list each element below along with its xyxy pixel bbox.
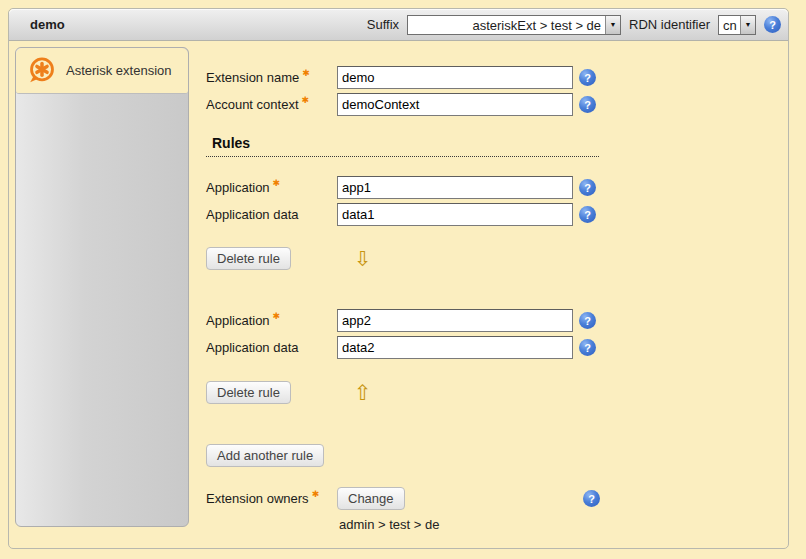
chevron-down-icon[interactable]: ▼ (740, 16, 755, 34)
help-icon[interactable]: ? (764, 16, 781, 33)
help-icon[interactable]: ? (583, 490, 600, 507)
rule1-application-data-row: Application data ? (206, 203, 596, 226)
help-icon[interactable]: ? (579, 69, 596, 86)
change-owners-button[interactable]: Change (337, 487, 405, 510)
title-bar-controls: Suffix asteriskExt > test > de ▼ RDN ide… (367, 15, 788, 35)
rules-section-header: Rules (206, 135, 599, 157)
application-label: Application✱ (206, 180, 337, 195)
move-up-arrow-icon[interactable]: ⇧ (354, 383, 372, 403)
asterisk-logo-icon (27, 57, 57, 84)
page-title: demo (9, 17, 65, 32)
chevron-down-icon[interactable]: ▼ (605, 16, 620, 34)
add-rule-row: Add another rule (206, 444, 324, 467)
tab-label: Asterisk extension (66, 63, 172, 78)
required-marker-icon: ✱ (273, 311, 281, 321)
required-marker-icon: ✱ (312, 489, 320, 499)
delete-rule-button[interactable]: Delete rule (206, 381, 291, 404)
rule2-application-input[interactable] (337, 309, 573, 332)
rdn-identifier-select[interactable]: cn ▼ (718, 15, 756, 35)
extension-name-row: Extension name✱ ? (206, 66, 596, 89)
extension-name-label: Extension name✱ (206, 70, 337, 85)
rule1-application-row: Application✱ ? (206, 176, 596, 199)
extension-owners-row: Extension owners✱ Change ? (206, 487, 600, 510)
rules-heading: Rules (212, 135, 599, 151)
help-icon[interactable]: ? (579, 339, 596, 356)
extension-owners-value: admin > test > de (339, 517, 439, 532)
rule2-application-data-input[interactable] (337, 336, 573, 359)
account-context-row: Account context✱ ? (206, 93, 596, 116)
suffix-label: Suffix (367, 17, 399, 32)
required-marker-icon: ✱ (302, 68, 310, 78)
suffix-select-value: asteriskExt > test > de (408, 16, 605, 34)
extension-name-input[interactable] (337, 66, 573, 89)
tab-asterisk-extension[interactable]: Asterisk extension (16, 48, 188, 94)
rdn-select-value: cn (719, 16, 740, 34)
rule1-actions-row: Delete rule ⇩ (206, 247, 371, 270)
rdn-identifier-label: RDN identifier (629, 17, 710, 32)
rule2-actions-row: Delete rule ⇧ (206, 381, 371, 404)
help-icon[interactable]: ? (579, 206, 596, 223)
application-label: Application✱ (206, 313, 337, 328)
extension-owners-label: Extension owners✱ (206, 491, 337, 506)
application-data-label: Application data (206, 340, 337, 355)
add-another-rule-button[interactable]: Add another rule (206, 444, 324, 467)
suffix-select[interactable]: asteriskExt > test > de ▼ (407, 15, 621, 35)
move-down-arrow-icon[interactable]: ⇩ (354, 249, 372, 269)
account-context-input[interactable] (337, 93, 573, 116)
help-icon[interactable]: ? (579, 96, 596, 113)
required-marker-icon: ✱ (302, 95, 310, 105)
help-icon[interactable]: ? (579, 312, 596, 329)
application-data-label: Application data (206, 207, 337, 222)
title-bar: demo Suffix asteriskExt > test > de ▼ RD… (9, 9, 788, 41)
module-sidebar: Asterisk extension (15, 47, 189, 527)
help-icon[interactable]: ? (579, 179, 596, 196)
required-marker-icon: ✱ (273, 178, 281, 188)
account-edit-window: demo Suffix asteriskExt > test > de ▼ RD… (8, 8, 789, 549)
delete-rule-button[interactable]: Delete rule (206, 247, 291, 270)
rule2-application-data-row: Application data ? (206, 336, 596, 359)
account-context-label: Account context✱ (206, 97, 337, 112)
rule2-application-row: Application✱ ? (206, 309, 596, 332)
rule1-application-data-input[interactable] (337, 203, 573, 226)
rule1-application-input[interactable] (337, 176, 573, 199)
